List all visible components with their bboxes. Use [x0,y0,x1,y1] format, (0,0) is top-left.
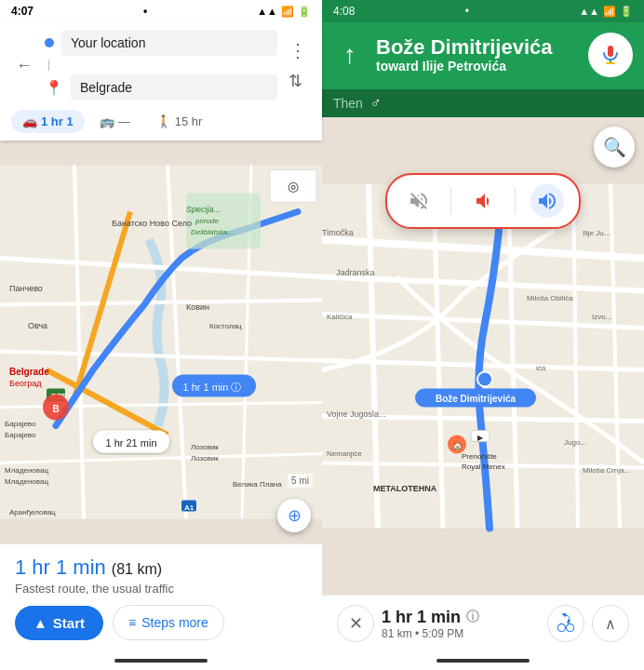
duration-text: 1 hr 1 min [15,556,106,580]
steps-button[interactable]: ≡ Steps more [113,605,224,640]
wifi-icon-right: 📶 [603,6,616,18]
svg-text:prirode: prirode [195,217,219,225]
home-indicator-left [0,651,322,670]
svg-text:Deliblatska...: Deliblatska... [191,228,234,236]
svg-text:Timočka: Timočka [322,228,354,237]
svg-text:Панчево: Панчево [9,284,43,293]
svg-text:▶: ▶ [477,434,484,442]
svg-text:Младеновац: Младеновац [5,466,48,475]
battery-icon: 🔋 [298,6,311,18]
transit-icon: 🚌 [100,114,114,128]
nav-up-arrow: ↑ [333,38,367,72]
route-options-icon [556,613,576,634]
dot-right: • [465,5,469,18]
mute-icon [408,190,430,212]
mic-button[interactable] [588,33,633,77]
nav-map: Timočka Jadranska Senja Ilije Ju... Kali… [322,117,644,595]
battery-icon-right: 🔋 [620,6,633,18]
location-button[interactable]: ⊕ [277,499,311,532]
status-icons-left: ▲▲ 📶 🔋 [257,6,311,18]
svg-text:B: B [52,404,59,414]
start-nav-icon: ▲ [34,615,47,631]
svg-text:Младеновац: Младеновац [5,477,48,486]
tab-transit[interactable]: 🚌 — [88,110,141,133]
route-info: Fastest route, the usual traffic [15,582,307,596]
nav-duration-row: 1 hr 1 min ⓘ [382,608,540,627]
svg-text:Izvo...: Izvo... [592,313,611,321]
route-divider [48,60,49,71]
map-svg-left: Банатско Ново Село Панчево Овча Specija.… [0,141,322,543]
nav-eta: 5:09 PM [423,627,464,640]
tab-walk[interactable]: 🚶 15 hr [145,110,214,133]
nav-direction-block: ↑ Bože Dimitrijevića toward Ilije Petrov… [333,36,588,74]
walk-icon: 🚶 [156,114,171,128]
svg-text:Лозовик: Лозовик [191,454,219,462]
vol-low-button[interactable]: ! [466,184,500,218]
svg-text:Jadranska: Jadranska [336,268,375,277]
back-button[interactable]: ← [11,52,37,78]
nav-header: ↑ Bože Dimitrijevića toward Ilije Petrov… [322,22,644,89]
search-section: ← 📍 ⋮ ⇅ 🚗 1 hr 1 [0,22,322,141]
search-icon-nav: 🔍 [603,136,626,158]
svg-text:Банатско Ново Село: Банатско Ново Село [112,219,192,228]
then-direction-icon: ♂ [370,95,382,112]
svg-text:Аранђеловац: Аранђеловац [9,508,56,516]
origin-input[interactable] [61,30,277,56]
status-bar-right: 4:08 • ▲▲ 📶 🔋 [322,0,644,22]
svg-text:1 hr 1 min ⓘ: 1 hr 1 min ⓘ [183,382,242,393]
svg-text:Лозовик: Лозовик [191,443,219,451]
start-button[interactable]: ▲ Start [15,606,103,640]
distance-text: (81 km) [112,561,162,578]
svg-text:Ilije Ju...: Ilije Ju... [583,229,610,237]
dot-left: • [143,5,147,18]
nav-street-name: Bože Dimitrijevića [376,36,553,59]
swap-button[interactable]: ⇅ [285,67,311,95]
svg-text:Miloša Crnja...: Miloša Crnja... [583,466,630,475]
steps-label: Steps more [141,615,208,630]
svg-text:METALOTEHNA: METALOTEHNA [373,484,437,493]
expand-button[interactable]: ∧ [592,605,629,642]
origin-dot [45,38,54,47]
volume-popup: ! [385,173,581,229]
destination-input[interactable] [71,74,277,100]
svg-text:A1: A1 [184,503,195,512]
nav-toward: toward Ilije Petrovića [376,59,553,74]
svg-text:Nemanjiće: Nemanjiće [327,449,362,458]
then-bar: Then ♂ [322,89,644,117]
svg-text:Ковин: Ковин [186,302,209,312]
nav-info-icon: ⓘ [466,609,479,625]
svg-text:1 hr 21 min: 1 hr 21 min [105,437,156,449]
vol-high-icon [536,190,558,212]
cancel-navigation-button[interactable]: ✕ [337,605,374,642]
svg-text:◎: ◎ [288,179,299,194]
signal-icon-right: ▲▲ [579,6,599,17]
home-bar-left [114,659,208,663]
svg-text:Барајево: Барајево [5,420,36,428]
time-left: 4:07 [11,5,34,18]
start-label: Start [53,615,85,631]
nav-street-info: Bože Dimitrijevića toward Ilije Petrović… [376,36,553,74]
vol-mute-button[interactable] [402,184,436,218]
action-buttons: ▲ Start ≡ Steps more [15,605,307,640]
nav-sub-info: 81 km • 5:09 PM [382,627,540,640]
route-inputs: 📍 [45,30,277,100]
svg-point-69 [477,372,492,387]
tab-car[interactable]: 🚗 1 hr 1 [11,110,85,133]
car-duration: 1 hr 1 [41,114,74,128]
duration-row: 1 hr 1 min (81 km) [15,556,307,580]
signal-icon: ▲▲ [257,6,277,17]
svg-text:Београд: Београд [9,379,42,388]
cancel-icon: ✕ [349,613,363,634]
vol-high-button[interactable] [530,184,564,218]
walk-duration: 15 hr [175,114,203,128]
map-scale: 5 mi [288,474,313,488]
toward-street: Ilije Petrovića [423,59,506,74]
route-options-button[interactable] [547,605,584,642]
menu-button[interactable]: ⋮ [285,35,311,65]
svg-text:Prenoćište: Prenoćište [462,452,497,461]
transport-tabs: 🚗 1 hr 1 🚌 — 🚶 15 hr [11,106,311,135]
svg-text:Велика Плана: Велика Плана [233,480,282,489]
search-button-nav[interactable]: 🔍 [594,127,635,168]
destination-pin-icon: 📍 [45,79,63,97]
svg-text:Jugo...: Jugo... [564,438,586,447]
